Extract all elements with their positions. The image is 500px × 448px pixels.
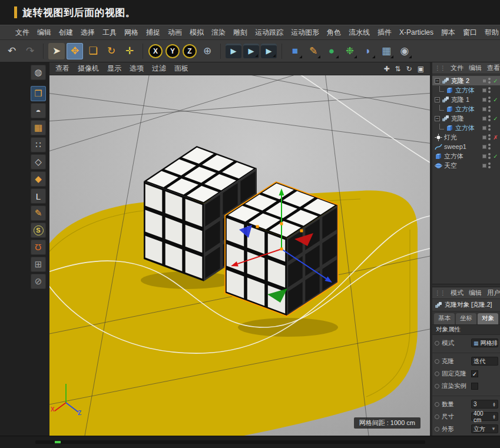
last-tool-icon[interactable]: ✛ <box>121 43 138 59</box>
timeline-track[interactable] <box>35 440 425 444</box>
scene-3d-view[interactable] <box>49 75 430 436</box>
dropdown-外形[interactable]: 立方▼ <box>471 424 498 433</box>
coord-system-icon[interactable]: ⊕ <box>199 43 216 59</box>
scale-tool-icon[interactable]: ❏ <box>85 43 101 59</box>
check-mark[interactable]: ✓ <box>492 115 499 122</box>
point-mode-icon[interactable]: ∷ <box>31 137 46 152</box>
checkbox-固定克隆[interactable]: ✓ <box>471 370 478 377</box>
keyframe-ring-icon[interactable] <box>435 384 439 389</box>
pan-view-icon[interactable]: ✚ <box>383 65 389 73</box>
keyframe-ring-icon[interactable] <box>435 341 439 346</box>
viewport-menu-item-6[interactable]: 面板 <box>174 64 188 74</box>
live-selection-icon[interactable]: ➤ <box>48 43 65 59</box>
number-field-尺寸[interactable]: 400 cm▲▼ <box>471 412 498 421</box>
menu-item-17[interactable]: X-Particles <box>399 28 433 36</box>
timeline-marker[interactable] <box>55 441 61 443</box>
object-tree-row[interactable]: sweep1 <box>432 142 500 151</box>
x-axis-lock-icon[interactable]: X <box>148 44 163 58</box>
expand-toggle-icon[interactable]: − <box>435 97 440 102</box>
layer-chip[interactable] <box>482 117 486 121</box>
menu-item-18[interactable]: 脚本 <box>441 28 455 38</box>
cross-mark[interactable]: ✗ <box>492 134 499 141</box>
visibility-dots[interactable] <box>488 162 491 168</box>
menu-item-7[interactable]: 捕捉 <box>146 28 160 38</box>
check-mark[interactable]: ✓ <box>492 97 499 103</box>
object-tree-row[interactable]: 立方体✓ <box>432 151 500 161</box>
number-field-数量[interactable]: 3▲▼ <box>471 400 498 409</box>
expand-toggle-icon[interactable]: − <box>435 78 440 84</box>
viewport-menu-item-4[interactable]: 选项 <box>130 64 144 74</box>
tab-2[interactable]: 坐标 <box>456 313 476 324</box>
undo-icon[interactable]: ↶ <box>4 43 20 59</box>
redo-icon[interactable]: ↷ <box>22 43 38 59</box>
menu-item-9[interactable]: 模拟 <box>190 28 204 38</box>
tab-3[interactable]: 对象 <box>478 313 498 324</box>
autokey-icon[interactable]: S <box>31 223 46 238</box>
menu-item-4[interactable]: 选择 <box>81 28 95 38</box>
keyframe-ring-icon[interactable] <box>435 427 439 432</box>
mograph-icon[interactable]: ❉ <box>342 43 358 59</box>
dropdown-克隆[interactable]: 迭代 <box>471 357 498 366</box>
viewport-menu-item-1[interactable]: 查看 <box>55 64 69 74</box>
deformer-icon[interactable]: ◗ <box>360 43 376 59</box>
object-tree-row[interactable]: −克隆✓ <box>432 114 500 123</box>
layer-chip[interactable] <box>482 79 486 83</box>
layer-chip[interactable] <box>482 154 486 158</box>
menu-item-12[interactable]: 运动跟踪 <box>255 28 283 38</box>
om-menu-item-3[interactable]: 查看 <box>487 64 500 72</box>
gizmo-handle[interactable] <box>300 230 303 233</box>
layer-chip[interactable] <box>482 145 486 149</box>
object-tree-row[interactable]: −克隆 1✓ <box>432 95 500 104</box>
layer-chip[interactable] <box>482 98 486 102</box>
checkbox-渲染实例[interactable] <box>471 383 478 390</box>
spinner-icon[interactable]: ▲▼ <box>492 402 496 407</box>
om-menu-item-1[interactable]: 文件 <box>451 64 463 72</box>
menu-item-20[interactable]: 帮助 <box>485 28 499 38</box>
menu-item-8[interactable]: 动画 <box>168 28 182 38</box>
visibility-dots[interactable] <box>488 78 491 84</box>
maximize-view-icon[interactable]: ▣ <box>418 65 424 73</box>
viewport-canvas[interactable]: X Z 网格间距 : 1000 cm <box>49 75 430 436</box>
gizmo-handle[interactable] <box>256 225 259 228</box>
panel-grip-icon[interactable]: ⋮⋮ <box>435 290 445 296</box>
rotate-tool-icon[interactable]: ↻ <box>103 43 120 59</box>
menu-item-11[interactable]: 雕刻 <box>233 28 247 38</box>
layer-chip[interactable] <box>482 135 486 140</box>
magnet-icon[interactable]: Ω <box>31 240 46 255</box>
cube-primitive-icon[interactable]: ■ <box>287 43 303 59</box>
viewport-menu-item-3[interactable]: 显示 <box>107 64 121 74</box>
camera-icon[interactable]: ◉ <box>396 43 413 59</box>
dropdown-模式[interactable]: ▦网格排列 <box>471 339 498 347</box>
object-tree-row[interactable]: 天空 <box>432 161 500 170</box>
texture-mode-icon[interactable]: ◓ <box>31 103 46 118</box>
viewport-menu-item-5[interactable]: 过滤 <box>152 64 166 74</box>
snap-pen-icon[interactable]: ✎ <box>31 205 46 221</box>
move-tool-icon[interactable]: ✥ <box>67 43 83 59</box>
spinner-icon[interactable]: ▲▼ <box>492 414 496 419</box>
viewport-menu-item-2[interactable]: 摄像机 <box>78 64 99 74</box>
menu-item-5[interactable]: 工具 <box>102 28 117 38</box>
keyframe-ring-icon[interactable] <box>435 402 439 407</box>
layer-chip[interactable] <box>482 107 486 111</box>
attribute-section-header[interactable]: 对象属性 <box>432 324 500 335</box>
render-settings-icon[interactable]: ▶ <box>261 44 277 58</box>
object-tree-row[interactable]: 立方体 <box>432 85 500 95</box>
panel-grip-icon[interactable]: ⋮⋮ <box>435 65 445 71</box>
om-menu-item-2[interactable]: 编辑 <box>469 64 482 72</box>
menu-item-10[interactable]: 渲染 <box>211 28 226 38</box>
zoom-view-icon[interactable]: ⇅ <box>395 65 401 73</box>
keyframe-ring-icon[interactable] <box>435 359 439 364</box>
menu-item-1[interactable]: 文件 <box>15 28 29 38</box>
lock-workplane-icon[interactable]: ⊞ <box>31 257 46 272</box>
menu-item-19[interactable]: 窗口 <box>463 28 477 38</box>
visibility-dots[interactable] <box>488 134 491 140</box>
layer-chip[interactable] <box>482 88 486 92</box>
check-mark[interactable]: ✓ <box>492 78 499 84</box>
spline-pen-icon[interactable]: ✎ <box>305 43 322 59</box>
visibility-dots[interactable] <box>488 153 491 159</box>
visibility-dots[interactable] <box>488 125 491 131</box>
visibility-dots[interactable] <box>488 87 491 93</box>
render-picture-viewer-icon[interactable]: ▶ <box>243 44 259 58</box>
visibility-dots[interactable] <box>488 144 491 150</box>
render-view-icon[interactable]: ▶ <box>226 44 241 58</box>
